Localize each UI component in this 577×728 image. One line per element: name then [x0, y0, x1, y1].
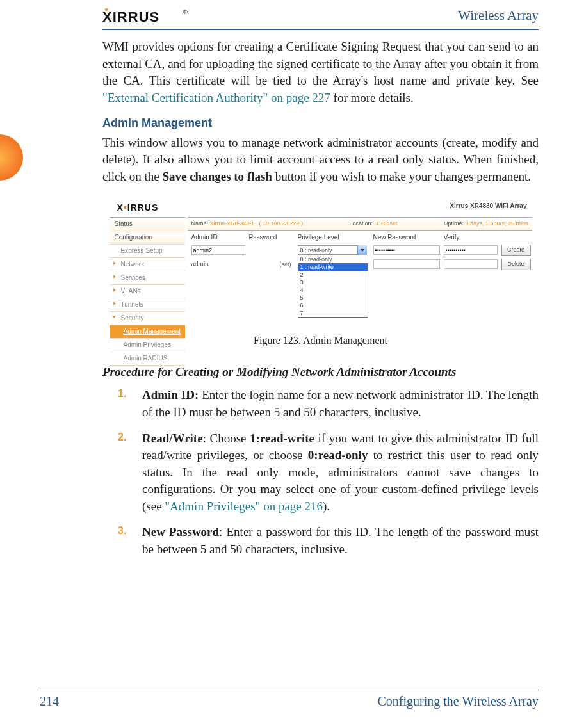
section-text-after: button if you wish to make your changes … [275, 170, 531, 183]
col-action [501, 233, 533, 242]
ui-main-panel: Name: Xirrus-XR8-3x3-1 ( 10.100.23.222 )… [188, 217, 532, 271]
dropdown-option[interactable]: 1 : read-write [298, 263, 368, 271]
password-state: (set) [249, 261, 298, 269]
sidebar-item-label: Admin RADIUS [124, 355, 168, 362]
dropdown-option[interactable]: 0 : read-only [298, 255, 368, 263]
procedure-step: 2. Read/Write: Choose 1:read-write if yo… [142, 430, 539, 515]
page-number: 214 [40, 694, 59, 709]
new-password-input[interactable] [373, 245, 440, 255]
privilege-level-select[interactable]: 0 : read-only 0 : read-only 1 : read-wri… [298, 245, 367, 255]
admin-id-input[interactable] [191, 245, 245, 255]
step-lead: Admin ID: [142, 388, 199, 401]
status-location-value: IT Closet [375, 220, 398, 227]
dropdown-option[interactable]: 7 [298, 309, 368, 317]
dropdown-option[interactable]: 6 [298, 302, 368, 309]
table-headers: Admin ID Password Privilege Level New Pa… [188, 231, 532, 243]
step-text: ). [323, 499, 330, 513]
chevron-down-icon [112, 316, 116, 318]
step-number: 3. [118, 524, 126, 538]
intro-text: WMI provides options for creating a Cert… [102, 40, 539, 87]
svg-text:XIRRUS: XIRRUS [102, 9, 159, 24]
bold-read-only: 0:read-only [308, 448, 368, 462]
dropdown-option[interactable]: 3 [298, 279, 368, 286]
col-privilege-level: Privilege Level [298, 233, 373, 242]
chevron-right-icon [113, 275, 116, 279]
sidebar-item-label: Tunnels [121, 301, 143, 308]
col-verify: Verify [444, 233, 501, 242]
figure-admin-management: X•IRRUS Xirrus XR4830 WiFi Array Status … [110, 198, 532, 348]
table-row: 0 : read-only 0 : read-only 1 : read-wri… [188, 243, 532, 257]
chevron-right-icon [113, 261, 116, 265]
ui-xirrus-logo: X•IRRUS [117, 202, 159, 214]
step-number: 1. [118, 387, 126, 401]
sidebar-item-admin-management[interactable]: Admin Management [110, 325, 185, 339]
page-header: XIRRUS ® Wireless Array [102, 12, 539, 30]
sidebar-item-label: Status [115, 220, 133, 227]
sidebar-item-configuration[interactable]: Configuration [110, 231, 185, 245]
section-tab-marker [0, 134, 23, 181]
admin-management-paragraph: This window allows you to manage network… [102, 134, 539, 186]
step-lead: Read/Write [142, 432, 203, 445]
step-text: Enter the login name for a new network a… [142, 388, 539, 419]
status-location-key: Location: [350, 220, 373, 227]
status-name-value: Xirrus-XR8-3x3-1 [210, 220, 255, 227]
chevron-right-icon [113, 302, 116, 305]
page-footer: 214 Configuring the Wireless Array [40, 690, 539, 709]
sidebar-item-express-setup[interactable]: Express Setup [110, 245, 185, 258]
col-password: Password [249, 233, 298, 242]
procedure-step: 1. Admin ID: Enter the login name for a … [142, 387, 539, 421]
chevron-down-icon[interactable] [357, 245, 367, 255]
sidebar-item-vlans[interactable]: VLANs [110, 285, 185, 298]
status-uptime-key: Uptime: [444, 220, 464, 227]
new-password-input[interactable] [373, 259, 440, 269]
procedure-heading: Procedure for Creating or Modifying Netw… [102, 364, 539, 381]
create-button[interactable]: Create [501, 245, 531, 256]
verify-password-input[interactable] [444, 245, 498, 255]
xirrus-logo: XIRRUS ® [102, 8, 192, 24]
sidebar-item-label: Express Setup [121, 247, 163, 254]
status-uptime-value: 0 days, 1 hours, 25 mins [465, 220, 528, 227]
bold-save-changes: Save changes to flash [162, 170, 272, 183]
sidebar-item-label: Configuration [115, 234, 152, 241]
link-external-cert-authority[interactable]: "External Certification Authority" on pa… [102, 91, 330, 104]
select-value: 0 : read-only [298, 245, 367, 255]
ui-screenshot: X•IRRUS Xirrus XR4830 WiFi Array Status … [110, 198, 532, 326]
col-admin-id: Admin ID [191, 233, 249, 242]
sidebar-item-security[interactable]: Security [110, 312, 185, 325]
procedure-step: 3. New Password: Enter a password for th… [142, 524, 539, 558]
step-number: 2. [118, 430, 126, 444]
privilege-dropdown: 0 : read-only 1 : read-write 2 3 4 5 6 7 [298, 255, 368, 318]
col-new-password: New Password [373, 233, 444, 242]
sidebar-item-status[interactable]: Status [110, 218, 185, 231]
sidebar-item-label: Admin Management [124, 328, 181, 335]
sidebar-item-services[interactable]: Services [110, 271, 185, 285]
step-text: : Choose [203, 432, 250, 445]
ui-sidebar: Status Configuration Express Setup Netwo… [110, 217, 185, 366]
link-admin-privileges[interactable]: "Admin Privileges" on page 216 [165, 499, 323, 513]
verify-password-input[interactable] [444, 259, 498, 269]
chevron-right-icon [113, 288, 116, 292]
sidebar-item-tunnels[interactable]: Tunnels [110, 298, 185, 312]
ui-device-label: Xirrus XR4830 WiFi Array [450, 202, 526, 211]
dropdown-option[interactable]: 2 [298, 271, 368, 279]
product-name: Wireless Array [458, 8, 539, 24]
status-name-key: Name: [191, 220, 209, 227]
chapter-title: Configuring the Wireless Array [377, 694, 539, 709]
svg-text:®: ® [183, 9, 188, 15]
sidebar-item-label: Services [121, 274, 145, 281]
dropdown-option[interactable]: 5 [298, 294, 368, 302]
sidebar-item-label: VLANs [121, 287, 141, 295]
admin-id-cell: admin [191, 260, 249, 269]
sidebar-item-admin-radius[interactable]: Admin RADIUS [110, 352, 185, 366]
dropdown-option[interactable]: 4 [298, 286, 368, 294]
sidebar-item-network[interactable]: Network [110, 258, 185, 271]
sidebar-item-label: Admin Privileges [124, 341, 171, 348]
ui-status-bar: Name: Xirrus-XR8-3x3-1 ( 10.100.23.222 )… [188, 217, 532, 231]
section-heading-admin-management: Admin Management [102, 115, 539, 131]
bold-read-write: 1:read-write [250, 432, 314, 445]
sidebar-item-admin-privileges[interactable]: Admin Privileges [110, 339, 185, 352]
delete-button[interactable]: Delete [501, 259, 531, 270]
intro-paragraph: WMI provides options for creating a Cert… [102, 38, 539, 106]
procedure-list: 1. Admin ID: Enter the login name for a … [102, 387, 539, 558]
sidebar-item-label: Network [121, 261, 145, 268]
